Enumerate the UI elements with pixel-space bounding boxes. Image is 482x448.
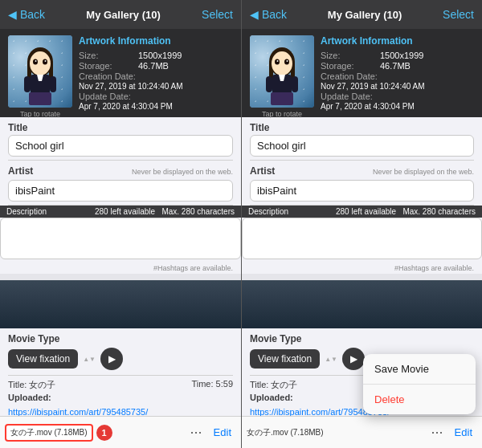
update-value-right: Apr 7, 2020 at 4:30:04 PM <box>321 102 415 111</box>
artwork-header-left: Tap to rotate Artwork Information Size: … <box>0 29 241 117</box>
context-save-movie[interactable]: Save Movie <box>363 354 476 385</box>
edit-button-right[interactable]: Edit <box>450 425 477 440</box>
nav-bar-right: ◀ Back My Gallery (10) Select <box>242 0 482 29</box>
play-button-right[interactable]: ▶ <box>342 348 365 370</box>
artwork-thumbnail-left[interactable]: Tap to rotate <box>8 35 72 108</box>
storage-value-left: 46.7MB <box>138 61 169 71</box>
play-button-left[interactable]: ▶ <box>100 348 123 370</box>
title-input-left[interactable] <box>8 135 233 157</box>
size-label-right: Size: <box>321 51 377 60</box>
toolbar-left-section: 女の子.mov (7.18MB) 1 <box>5 424 184 442</box>
size-value-right: 1500x1999 <box>380 51 423 60</box>
dots-button-right[interactable]: ··· <box>428 422 447 442</box>
desc-header-left: Description 280 left available Max. 280 … <box>0 206 241 263</box>
desc-label-left: Description <box>6 207 47 216</box>
chevron-icon-right: ▲▼ <box>325 356 337 363</box>
view-fixation-button-right[interactable]: View fixation <box>250 349 320 369</box>
dots-button-left[interactable]: ··· <box>187 422 206 442</box>
view-fixation-button-left[interactable]: View fixation <box>8 349 78 369</box>
artist-note-left: Never be displayed on the web. <box>132 168 233 176</box>
creation-value-left: Nov 27, 2019 at 10:24:40 AM <box>79 82 183 91</box>
update-label-left: Update Date: <box>79 92 135 101</box>
back-button-right[interactable]: ◀ Back <box>250 8 287 21</box>
desc-textarea-left[interactable] <box>0 218 241 259</box>
artwork-bg-left <box>0 280 241 328</box>
tap-rotate-label-left: Tap to rotate <box>8 110 72 118</box>
bottom-toolbar-left: 女の子.mov (7.18MB) 1 ··· Edit <box>0 416 241 448</box>
toolbar-right-section: 女の子.mov (7.18MB) <box>247 427 425 438</box>
artwork-info-title-right: Artwork Information <box>321 35 474 47</box>
artwork-info-right: Artwork Information Size: 1500x1999 Stor… <box>321 35 474 111</box>
edit-button-left[interactable]: Edit <box>209 425 236 440</box>
desc-chars-right: 280 left available Max. 280 characters <box>336 207 476 216</box>
svg-point-17 <box>275 59 280 65</box>
badge-count-left: 1 <box>96 425 112 441</box>
title-info-right: Title: 女の子 <box>250 379 298 391</box>
artist-section-left: Artist Never be displayed on the web. <box>0 161 241 205</box>
desc-header-right: Description 280 left available Max. 280 … <box>242 206 482 263</box>
creation-value-right: Nov 27, 2019 at 10:24:40 AM <box>321 82 425 91</box>
title-section-right: Title <box>242 117 482 160</box>
movie-controls-left: View fixation ▲▼ ▶ <box>8 348 233 370</box>
title-field-label-left: Title <box>8 122 233 133</box>
title-input-right[interactable] <box>250 135 474 157</box>
form-area-left: Title Artist Never be displayed on the w… <box>0 117 241 416</box>
right-panel: ◀ Back My Gallery (10) Select <box>241 0 482 448</box>
artwork-thumbnail-right[interactable]: Tap to rotate <box>250 35 314 108</box>
storage-value-right: 46.7MB <box>380 61 411 71</box>
storage-label-left: Storage: <box>79 61 135 71</box>
storage-label-right: Storage: <box>321 61 377 71</box>
svg-point-3 <box>30 51 51 75</box>
update-value-left: Apr 7, 2020 at 4:30:04 PM <box>79 102 173 111</box>
artwork-image-left <box>16 47 64 108</box>
bottom-toolbar-right: 女の子.mov (7.18MB) ··· Edit <box>242 416 482 448</box>
select-button-right[interactable]: Select <box>443 8 474 21</box>
context-delete[interactable]: Delete <box>363 385 476 414</box>
nav-title-left: My Gallery (10) <box>86 9 161 21</box>
title-section-left: Title <box>0 117 241 160</box>
mov-filename-left[interactable]: 女の子.mov (7.18MB) <box>5 424 93 442</box>
title-info-left: Title: 女の子 <box>8 379 56 391</box>
creation-label-left: Creation Date: <box>79 71 136 81</box>
svg-rect-11 <box>24 76 31 92</box>
context-menu-right: Save Movie Delete <box>363 354 476 414</box>
svg-point-6 <box>35 60 37 62</box>
artist-field-label-right: Artist <box>250 165 275 177</box>
desc-chars-left: 280 left available Max. 280 characters <box>95 207 235 216</box>
tap-rotate-label-right: Tap to rotate <box>250 110 314 118</box>
mov-filename-right[interactable]: 女の子.mov (7.18MB) <box>247 427 324 438</box>
hashtag-note-left: #Hashtags are available. <box>0 263 241 274</box>
select-button-left[interactable]: Select <box>202 8 233 21</box>
creation-label-right: Creation Date: <box>321 71 378 81</box>
artist-input-left[interactable] <box>8 180 233 202</box>
nav-bar-left: ◀ Back My Gallery (10) Select <box>0 0 241 29</box>
uploaded-section-left: Title: 女の子 Time: 5:59 Uploaded: https://… <box>0 376 241 416</box>
artist-input-right[interactable] <box>250 180 474 202</box>
svg-point-5 <box>43 59 47 65</box>
svg-rect-10 <box>29 92 51 105</box>
desc-textarea-right[interactable] <box>242 218 482 259</box>
uploaded-link-left[interactable]: https://ibispaint.com/art/795485735/ <box>8 407 148 416</box>
svg-rect-25 <box>292 76 298 92</box>
back-button-left[interactable]: ◀ Back <box>8 8 45 21</box>
movie-type-label-left: Movie Type <box>8 333 233 344</box>
artwork-header-right: Tap to rotate Artwork Information Size: … <box>242 29 482 117</box>
svg-rect-12 <box>50 76 56 92</box>
svg-point-18 <box>284 59 289 65</box>
movie-type-label-right: Movie Type <box>250 333 474 344</box>
time-info-left: Time: 5:59 <box>191 379 233 391</box>
svg-rect-23 <box>271 92 293 105</box>
svg-point-20 <box>287 60 288 62</box>
nav-title-right: My Gallery (10) <box>328 9 402 21</box>
artist-note-right: Never be displayed on the web. <box>373 168 474 176</box>
size-value-left: 1500x1999 <box>138 51 182 60</box>
artist-field-label-left: Artist <box>8 165 33 177</box>
hashtag-note-right: #Hashtags are available. <box>242 263 482 274</box>
update-label-right: Update Date: <box>321 92 377 101</box>
chevron-icon-left: ▲▼ <box>83 356 96 363</box>
svg-point-4 <box>33 59 38 65</box>
movie-type-section-left: Movie Type View fixation ▲▼ ▶ <box>0 328 241 375</box>
svg-point-16 <box>272 51 292 75</box>
title-field-label-right: Title <box>250 122 474 133</box>
artwork-bg-right <box>242 280 482 328</box>
